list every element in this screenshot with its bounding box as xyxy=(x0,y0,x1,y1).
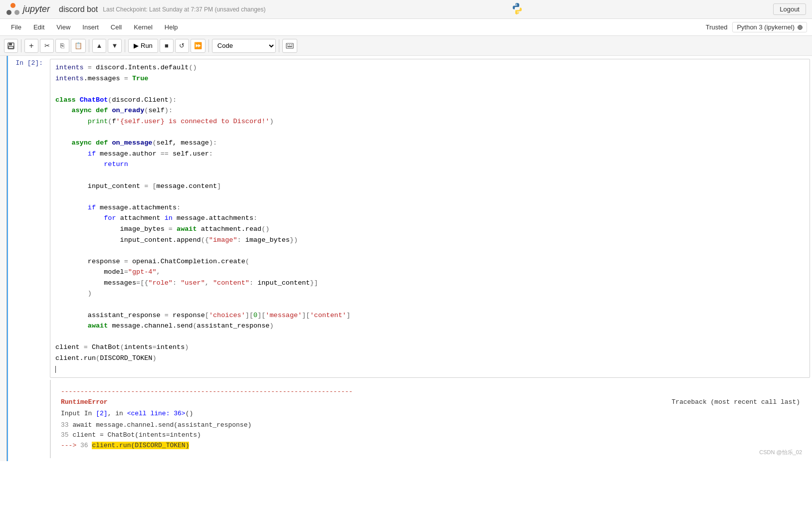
watermark: CSDN @怡乐_02 xyxy=(759,449,802,456)
svg-point-1 xyxy=(6,10,11,15)
svg-point-2 xyxy=(14,10,19,15)
menu-cell[interactable]: Cell xyxy=(105,21,128,33)
paste-cell-button[interactable]: 📋 xyxy=(71,39,86,53)
kernel-status-dot xyxy=(798,25,803,30)
toolbar-separator-1 xyxy=(21,39,21,52)
move-down-button[interactable]: ▼ xyxy=(108,39,122,53)
menu-file[interactable]: File xyxy=(5,21,27,33)
save-icon xyxy=(7,42,14,49)
logout-button[interactable]: Logout xyxy=(773,3,806,15)
add-cell-button[interactable]: + xyxy=(24,39,38,53)
error-spacer xyxy=(112,397,668,408)
restart-button[interactable]: ↺ xyxy=(175,39,189,53)
toolbar-separator-5 xyxy=(279,39,279,52)
svg-rect-4 xyxy=(9,43,12,45)
cell-prompt: In [2]: xyxy=(8,57,48,460)
svg-rect-6 xyxy=(286,43,293,48)
menu-kernel[interactable]: Kernel xyxy=(128,21,159,33)
toolbar-separator-2 xyxy=(89,39,89,52)
keyboard-shortcut-button[interactable] xyxy=(282,39,297,53)
traceback-line-36: ---> 36 client.run(DISCORD_TOKEN) xyxy=(61,441,800,451)
error-traceback: ----------------------------------------… xyxy=(56,383,805,455)
run-label: Run xyxy=(141,42,153,49)
trusted-badge[interactable]: Trusted xyxy=(701,22,733,32)
error-name: RuntimeError xyxy=(61,397,108,408)
move-up-button[interactable]: ▲ xyxy=(92,39,106,53)
restart-run-all-button[interactable]: ⏩ xyxy=(191,39,205,53)
menu-view[interactable]: View xyxy=(50,21,76,33)
cell-content[interactable]: intents = discord.Intents.default() inte… xyxy=(48,57,812,460)
svg-rect-5 xyxy=(8,46,13,48)
error-highlight: client.run(DISCORD_TOKEN) xyxy=(92,442,189,449)
run-button[interactable]: ▶ Run xyxy=(128,39,158,53)
title-bar: jupyter discord bot Last Checkpoint: Las… xyxy=(0,0,812,19)
toolbar-separator-4 xyxy=(208,39,209,52)
kernel-info: Python 3 (ipykernel) xyxy=(732,22,807,32)
cell-type-select[interactable]: Code Markdown Raw NBConvert Heading xyxy=(212,39,276,53)
left-gutter xyxy=(0,56,7,461)
keyboard-icon xyxy=(286,43,294,49)
error-header: RuntimeError Traceback (most recent call… xyxy=(61,397,800,408)
output-area: ----------------------------------------… xyxy=(50,380,810,458)
run-icon: ▶ xyxy=(134,42,139,49)
notebook-area[interactable]: In [2]: intents = discord.Intents.defaul… xyxy=(0,56,812,507)
save-button[interactable] xyxy=(4,39,18,53)
cut-cell-button[interactable]: ✂ xyxy=(40,39,54,53)
menu-edit[interactable]: Edit xyxy=(27,21,50,33)
input-location: Input In [2], in <cell line: 36>() xyxy=(61,409,800,419)
error-separator: ----------------------------------------… xyxy=(61,387,800,397)
copy-cell-button[interactable]: ⎘ xyxy=(55,39,69,53)
toolbar-separator-3 xyxy=(125,39,125,52)
notebook-title[interactable]: discord bot xyxy=(59,5,98,14)
jupyter-logo: jupyter xyxy=(6,2,54,16)
interrupt-button[interactable]: ■ xyxy=(160,39,174,53)
menu-bar: File Edit View Insert Cell Kernel Help T… xyxy=(0,19,812,36)
checkpoint-info: Last Checkpoint: Last Sunday at 7:37 PM … xyxy=(103,6,265,13)
python-icon xyxy=(511,2,524,15)
traceback-line-33: 33 await message.channel.send(assistant_… xyxy=(61,420,800,431)
python-logo xyxy=(511,2,524,16)
toolbar: + ✂ ⎘ 📋 ▲ ▼ ▶ Run ■ ↺ ⏩ Code Markdown Ra… xyxy=(0,36,812,56)
code-editor[interactable]: intents = discord.Intents.default() inte… xyxy=(50,59,810,378)
code-cell[interactable]: In [2]: intents = discord.Intents.defaul… xyxy=(7,56,812,461)
jupyter-icon xyxy=(6,2,20,16)
notebook-container: In [2]: intents = discord.Intents.defaul… xyxy=(0,56,812,461)
app-name: jupyter xyxy=(23,4,50,14)
svg-point-0 xyxy=(10,3,15,8)
menu-insert[interactable]: Insert xyxy=(76,21,105,33)
traceback-line-35: 35 client = ChatBot(intents=intents) xyxy=(61,430,800,441)
menu-help[interactable]: Help xyxy=(159,21,184,33)
kernel-label: Python 3 (ipykernel) xyxy=(737,23,795,31)
traceback-label: Traceback (most recent call last) xyxy=(672,397,800,408)
